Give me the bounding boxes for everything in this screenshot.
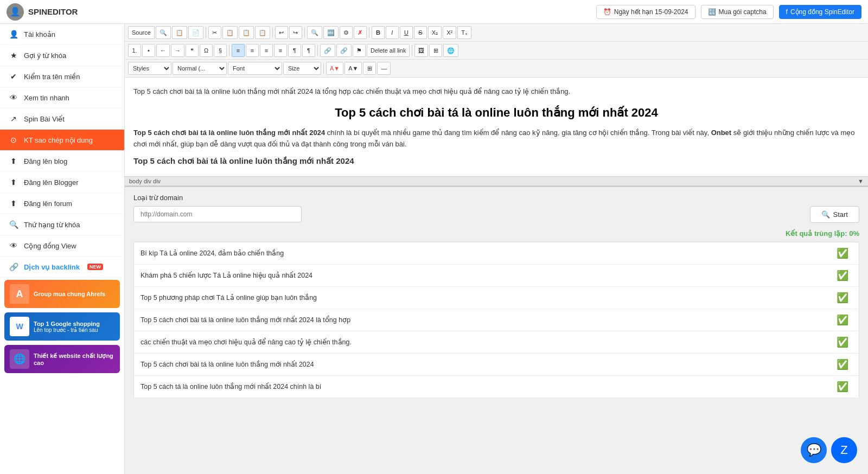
sidebar-item-community-view[interactable]: 👁 Cộng đồng View xyxy=(0,235,124,257)
sidebar-item-quick-news[interactable]: 👁 Xem tin nhanh xyxy=(0,87,124,108)
find-button[interactable]: 🔍 xyxy=(307,26,322,39)
bg-color-button[interactable]: A▼ xyxy=(344,62,362,75)
unordered-list-button[interactable]: • xyxy=(142,44,155,57)
text-color-button[interactable]: A▼ xyxy=(326,62,343,75)
search-replace-button[interactable]: 🔍 xyxy=(156,26,171,39)
select-all-button[interactable]: 🔤 xyxy=(323,26,339,39)
sep8 xyxy=(323,63,324,74)
insert-html-button[interactable]: 🌐 xyxy=(443,44,458,57)
bold-button[interactable]: B xyxy=(372,26,385,39)
editor-content[interactable]: Top 5 cách chơi bài tá là online luôn th… xyxy=(125,78,868,176)
italic-button[interactable]: I xyxy=(386,26,399,39)
sidebar-item-label: Tài khoản xyxy=(24,30,55,39)
sidebar-item-label: Xem tin nhanh xyxy=(24,94,69,102)
subscript-button[interactable]: X₂ xyxy=(428,26,442,39)
sidebar-item-label: Gợi ý từ khóa xyxy=(24,52,66,60)
blockquote-button[interactable]: ❝ xyxy=(186,44,199,57)
align-justify-button[interactable]: ≡ xyxy=(274,44,287,57)
styles-select[interactable]: Styles xyxy=(128,62,171,75)
superscript-button[interactable]: X² xyxy=(443,26,456,39)
check-circle-icon: ✅ xyxy=(837,248,848,259)
paste-button[interactable]: 📋 xyxy=(239,26,254,39)
fab-container: 💬 Z xyxy=(801,437,857,463)
insert-image-button[interactable]: 🖼 xyxy=(414,44,428,57)
indent-button[interactable]: → xyxy=(171,44,184,57)
ltr-button[interactable]: ¶ xyxy=(288,44,301,57)
onbet-text: Onbet xyxy=(711,129,732,137)
result-status: ✅ xyxy=(827,375,859,398)
start-button[interactable]: 🔍 Start xyxy=(810,206,859,223)
google-shopping-icon: W xyxy=(10,317,29,336)
strikethrough-button[interactable]: S xyxy=(414,26,427,39)
sidebar-item-spin-article[interactable]: ↗ Spin Bài Viết xyxy=(0,108,124,130)
logo-icon: 👤 xyxy=(7,3,24,21)
account-icon: 👤 xyxy=(9,29,18,39)
messenger-fab[interactable]: 💬 xyxy=(801,437,827,463)
table-row: Top 5 cách chơi bài tá là online luôn th… xyxy=(134,309,859,331)
deadline-button[interactable]: ⏰ Ngày hết hạn 15-09-2024 xyxy=(596,5,695,19)
sidebar-item-backlink[interactable]: 🔗 Dịch vụ backlink NEW xyxy=(0,257,124,278)
print-button[interactable]: 📋 xyxy=(172,26,187,39)
editor-section: Source 🔍 📋 📄 ✂ 📋 📋 📋 ↩ ↪ 🔍 🔤 ⚙ ✗ B I xyxy=(125,24,868,187)
ahrefs-ad[interactable]: A Group mua chung Ahrefs xyxy=(4,280,120,308)
sidebar-item-keyword-rank[interactable]: 🔍 Thứ hạng từ khóa xyxy=(0,214,124,235)
eye-icon: 👁 xyxy=(9,93,18,103)
maximize-button[interactable]: ⊞ xyxy=(363,62,376,75)
result-text: Top 5 cách chơi bài tá là online luôn th… xyxy=(134,353,827,375)
redo-button[interactable]: ↪ xyxy=(289,26,302,39)
outdent-button[interactable]: ← xyxy=(156,44,170,57)
sidebar-item-post-forum[interactable]: ⬆ Đăng lên forum xyxy=(0,193,124,214)
delete-all-link-button[interactable]: Delete all link xyxy=(367,44,410,57)
sidebar-item-account[interactable]: 👤 Tài khoản xyxy=(0,24,124,45)
ordered-list-button[interactable]: 1. xyxy=(128,44,141,57)
size-select[interactable]: Size xyxy=(283,62,321,75)
anchor-button[interactable]: ⚑ xyxy=(353,44,366,57)
sidebar: 👤 Tài khoản ★ Gợi ý từ khóa ✔ Kiểm tra t… xyxy=(0,24,125,474)
source-button[interactable]: Source xyxy=(128,26,155,39)
special-chars-button[interactable]: Ω xyxy=(200,44,213,57)
unlink-button[interactable]: 🔗 xyxy=(336,44,352,57)
sidebar-item-post-blogger[interactable]: ⬆ Đăng lên Blogger xyxy=(0,172,124,193)
buy-captcha-label: Mua gói captcha xyxy=(719,8,767,16)
check-circle-icon: ✅ xyxy=(837,315,848,325)
rtl-button[interactable]: ¶ xyxy=(302,44,315,57)
check-circle-icon: ✅ xyxy=(837,270,848,281)
result-status: ✅ xyxy=(827,286,859,309)
main-layout: 👤 Tài khoản ★ Gợi ý từ khóa ✔ Kiểm tra t… xyxy=(0,24,868,474)
topbar-actions: ⏰ Ngày hết hạn 15-09-2024 🔣 Mua gói capt… xyxy=(596,5,861,19)
spell-button[interactable]: 📄 xyxy=(188,26,203,39)
sep2 xyxy=(272,27,273,38)
settings-button[interactable]: ⚙ xyxy=(340,26,353,39)
insert-link-button[interactable]: 🔗 xyxy=(320,44,335,57)
clear-format-button[interactable]: Tₓ xyxy=(457,26,471,39)
paste-text-button[interactable]: 📋 xyxy=(255,26,270,39)
cut-button[interactable]: ✂ xyxy=(208,26,221,39)
result-text: Top 5 cách chơi bài tá là online luôn th… xyxy=(134,309,827,331)
domain-input[interactable] xyxy=(133,206,302,222)
sidebar-item-suggest-keyword[interactable]: ★ Gợi ý từ khóa xyxy=(0,45,124,66)
google-shopping-ad[interactable]: W Top 1 Google shopping Lên top trước - … xyxy=(4,312,120,341)
align-center-button[interactable]: ≡ xyxy=(246,44,259,57)
website-design-ad[interactable]: 🌐 Thiết kế website chất lượng cao xyxy=(4,345,120,373)
community-button[interactable]: f Cộng đồng SpinEditor xyxy=(779,5,861,19)
align-right-button[interactable]: ≡ xyxy=(260,44,273,57)
sidebar-item-post-blog[interactable]: ⬆ Đăng lên blog xyxy=(0,151,124,172)
show-blocks-button[interactable]: — xyxy=(377,62,391,75)
font-select[interactable]: Font xyxy=(228,62,282,75)
nbsp-button[interactable]: § xyxy=(214,44,227,57)
insert-table-button[interactable]: ⊞ xyxy=(429,44,442,57)
undo-button[interactable]: ↩ xyxy=(275,26,288,39)
zalo-fab[interactable]: Z xyxy=(831,437,857,463)
align-left-button[interactable]: ≡ xyxy=(232,44,245,57)
remove-format-button[interactable]: ✗ xyxy=(354,26,367,39)
upload-icon: ⬆ xyxy=(9,156,18,166)
sidebar-item-check-domain[interactable]: ✔ Kiểm tra tên miền xyxy=(0,66,124,87)
underline-button[interactable]: U xyxy=(400,26,413,39)
sidebar-item-kt-copy[interactable]: ⊙ KT sao chép nội dung xyxy=(0,130,124,151)
format-select[interactable]: Normal (... xyxy=(173,62,227,75)
view-icon: 👁 xyxy=(9,241,18,251)
result-status: ✅ xyxy=(827,309,859,331)
copy-button[interactable]: 📋 xyxy=(222,26,238,39)
sidebar-item-label: Đăng lên blog xyxy=(24,157,67,165)
buy-captcha-button[interactable]: 🔣 Mua gói captcha xyxy=(701,5,774,19)
